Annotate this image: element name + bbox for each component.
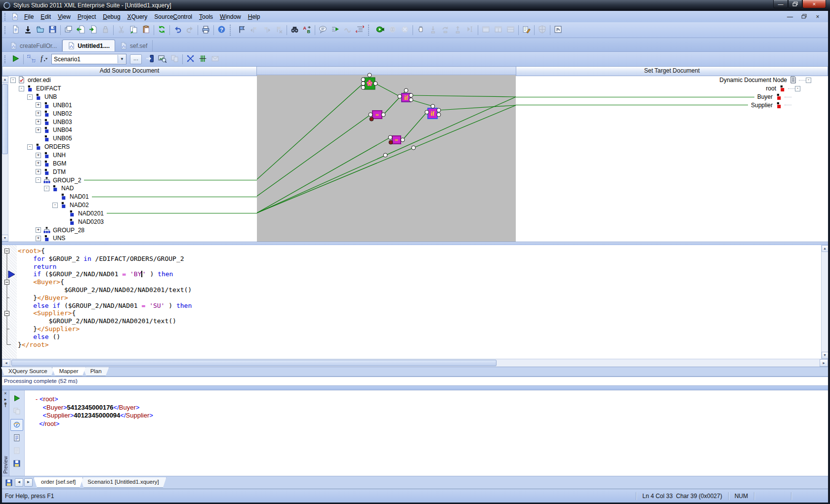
code-line-6[interactable]: $GROUP_2/NAD/NAD02/NAD0201/text() [18,286,828,294]
tree-node-dynamic-document-node[interactable]: Dynamic Document Node- [516,76,828,84]
tree-node-group_28[interactable]: +GROUP_28 [8,226,257,234]
target-tree[interactable]: Dynamic Document Node-root-BuyerSupplier [516,76,828,242]
code-editor[interactable]: <root>{ for $GROUP_2 in /EDIFACT/ORDERS/… [2,245,828,359]
menu-file[interactable]: File [21,12,37,22]
scroll-up-icon[interactable]: ▲ [822,245,829,252]
set-target-document-button[interactable]: Set Target Document [516,67,828,76]
tree-node-group_2[interactable]: -GROUP_2 [8,176,257,184]
document-tab-untitled1-[interactable]: Untitled1.... [62,40,115,51]
tree-node-uns[interactable]: +UNS [8,234,257,242]
shield-button[interactable] [537,24,548,36]
run-preview-button[interactable] [10,53,21,65]
if-block-2[interactable]: if [428,108,437,119]
lock-button[interactable] [100,24,111,36]
port[interactable] [381,113,385,117]
doc-export-button[interactable] [75,24,86,36]
tree-node-nad0201[interactable]: NAD0201 [8,210,257,218]
tree-node-unb05[interactable]: UNB05 [8,134,257,143]
fold-marker[interactable] [5,280,9,285]
replace-button[interactable]: AB [301,24,313,36]
preview-ie-button[interactable]: e [10,419,23,431]
document-tab-createfullor-[interactable]: createFullOr... [5,40,62,51]
fx-dropdown-button[interactable]: f [38,53,49,65]
editor-vertical-scrollbar[interactable]: ▲ ▼ [821,245,828,359]
help-button[interactable]: ? [216,24,227,36]
scroll-left-icon[interactable]: ◄ [2,359,10,367]
toolbar-grip[interactable] [4,26,8,34]
collapse-icon[interactable]: - [44,186,49,191]
horizontal-splitter[interactable] [2,242,828,245]
code-line-9[interactable]: <Supplier>{ [18,309,828,317]
constant-port[interactable] [389,140,393,144]
menu-window[interactable]: Window [216,12,245,22]
copy-button[interactable] [128,24,139,36]
align-blocks-button[interactable] [197,53,208,65]
close-button[interactable]: × [802,0,826,8]
tab-scroll-right-button[interactable]: ► [24,478,33,487]
mdi-restore-button[interactable] [800,13,807,20]
save-result-button[interactable] [11,459,23,469]
source-tree[interactable]: -order.edi-EDIFACT-UNB+UNB01+UNB02+UNB03… [8,76,257,242]
expand-icon[interactable]: + [36,119,41,125]
tree-node-unb03[interactable]: +UNB03 [8,118,257,126]
equals-block-2[interactable]: = [392,136,401,144]
collapse-icon[interactable]: - [10,78,16,83]
source-tree-scrollbar[interactable]: ▲ ▼ [2,76,8,242]
new-document-button[interactable] [10,24,21,36]
port[interactable] [437,113,441,117]
stop-button[interactable] [399,24,411,36]
restore-button[interactable] [788,0,802,8]
tree-node-nad02[interactable]: -NAD02 [8,201,257,210]
preview-window-button[interactable] [157,53,168,65]
chevron-down-icon[interactable]: ▼ [118,55,126,63]
code-line-2[interactable]: for $GROUP_2 in /EDIFACT/ORDERS/GROUP_2 [18,255,828,263]
expand-icon[interactable]: + [36,169,41,174]
code-line-12[interactable]: else () [18,333,828,341]
code-line-7[interactable]: }</Buyer> [18,294,828,302]
tree-node-edifact[interactable]: -EDIFACT [8,84,257,93]
tab-scroll-left-button[interactable]: ◄ [15,478,23,487]
code-line-8[interactable]: else if ($GROUP_2/NAD/NAD01 = 'SU' ) the… [18,302,828,310]
menu-tools[interactable]: Tools [196,12,216,22]
sense-button[interactable] [342,24,353,36]
output-window-button[interactable] [480,24,492,36]
tree-node-supplier[interactable]: Supplier [516,101,828,110]
paste-button[interactable] [140,24,152,36]
preview-tab-scenario1-untitled1-xquery-[interactable]: Scenario1 [Untitled1.xquery] [80,477,166,488]
tree-node-unb04[interactable]: +UNB04 [8,126,257,134]
tree-node-nad0203[interactable]: NAD0203 [8,217,257,226]
code-line-4[interactable]: if ($GROUP_2/NAD/NAD01 = 'BY' ) then [18,270,828,278]
fold-marker[interactable] [5,249,9,253]
menu-xquery[interactable]: XQuery [124,12,151,22]
mdi-minimize-button[interactable]: — [787,13,793,20]
collapse-icon[interactable]: - [795,86,800,91]
remove-links-button[interactable] [185,53,196,65]
port[interactable] [409,93,413,97]
collapse-icon[interactable]: - [19,86,24,91]
scroll-down-icon[interactable]: ▼ [822,352,829,359]
tree-node-buyer[interactable]: Buyer [516,93,828,101]
tree-node-orders[interactable]: -ORDERS [8,143,257,151]
scroll-down-icon[interactable]: ▼ [2,235,8,242]
save-button[interactable] [47,24,58,36]
tree-node-root[interactable]: root- [516,84,828,93]
panel-toggle-button[interactable] [552,24,564,36]
breakpoint-options-button[interactable] [521,24,532,36]
port[interactable] [361,85,365,89]
menu-view[interactable]: View [54,12,74,22]
scrollbar-thumb[interactable] [2,84,8,154]
constant-port[interactable] [370,117,374,121]
code-line-11[interactable]: }</Supplier> [18,325,828,333]
close-icon[interactable]: × [4,390,6,396]
tree-node-unh[interactable]: +UNH [8,151,257,160]
pause-button[interactable] [387,24,398,36]
expand-icon[interactable]: + [36,236,41,241]
port[interactable] [437,108,441,112]
expand-icon[interactable]: + [36,161,41,166]
code-line-5[interactable]: <Buyer>{ [18,278,828,286]
scroll-right-icon[interactable]: ► [820,359,828,367]
redo-button[interactable] [184,24,196,36]
port[interactable] [431,104,435,108]
tree-node-order.edi[interactable]: -order.edi [8,76,257,84]
prev-bookmark-button[interactable] [249,24,260,36]
